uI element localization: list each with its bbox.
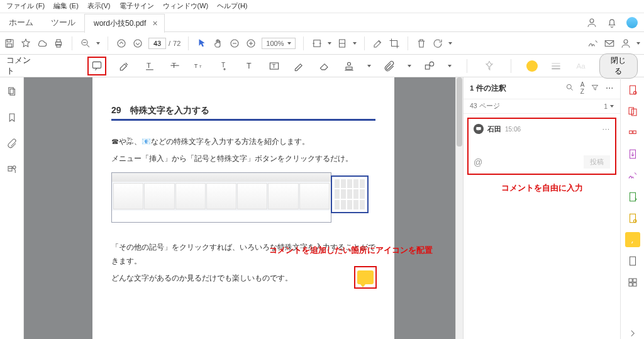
zoom-out-icon[interactable] [229, 38, 240, 49]
doc-scrollbar[interactable] [455, 77, 463, 339]
underline-text-icon[interactable]: T [143, 59, 157, 73]
svg-point-37 [430, 62, 434, 66]
line-weight-icon[interactable] [549, 59, 563, 73]
attach-icon[interactable] [382, 59, 396, 73]
thumbnails-icon[interactable] [6, 86, 18, 99]
combine-icon[interactable] [625, 104, 640, 119]
more-comments-icon[interactable]: ··· [606, 84, 614, 92]
zoom-dropdown-icon[interactable] [96, 42, 100, 45]
menu-edit[interactable]: 編集 (E) [53, 1, 79, 11]
fit-dropdown-icon[interactable] [328, 42, 331, 45]
svg-rect-61 [629, 279, 632, 282]
send-comments-icon[interactable] [625, 211, 640, 226]
account-dropdown-icon[interactable] [636, 42, 640, 45]
stamp-icon[interactable] [343, 59, 357, 73]
rotate-icon[interactable] [432, 38, 443, 49]
menu-view[interactable]: 表示(V) [87, 1, 111, 11]
edit-pdf-icon[interactable] [625, 125, 640, 140]
attachment-rail-icon[interactable] [6, 138, 18, 151]
edit-redact-icon[interactable] [372, 38, 384, 49]
pencil-icon[interactable] [292, 59, 306, 73]
sign-icon[interactable] [587, 38, 599, 49]
tab-document[interactable]: word小技50.pdf × [84, 14, 165, 33]
attach-dropdown-icon[interactable] [408, 65, 411, 67]
page-up-icon[interactable] [116, 38, 127, 49]
textbox-icon[interactable]: T [268, 59, 282, 73]
svg-point-46 [567, 84, 571, 89]
zoom-level[interactable]: 100% [262, 38, 296, 49]
svg-rect-17 [314, 40, 321, 47]
eraser-icon[interactable] [318, 59, 331, 73]
trash-icon[interactable] [416, 38, 427, 49]
bookmark-icon[interactable] [6, 112, 18, 125]
star-icon[interactable] [20, 38, 31, 49]
document-viewport[interactable]: 29 特殊文字を入力する ☎や㍇、📧などの特殊文字を入力する方法を紹介します。 … [24, 77, 463, 339]
tab-home[interactable]: ホーム [0, 13, 42, 32]
page-down-icon[interactable] [132, 38, 143, 49]
organize-icon[interactable] [625, 189, 640, 204]
chevron-down-icon [287, 42, 291, 45]
expand-page-icon[interactable] [610, 105, 614, 108]
page-display-icon[interactable] [336, 38, 348, 49]
sticky-note-annotation[interactable] [354, 266, 377, 289]
close-toolbar-button[interactable]: 閉じる [599, 53, 638, 79]
sort-comments-icon[interactable]: AZ [580, 81, 585, 95]
login-icon[interactable] [586, 17, 597, 28]
text-comment-icon[interactable]: T [243, 59, 257, 73]
avatar[interactable] [626, 17, 638, 28]
print-icon[interactable] [53, 38, 64, 49]
svg-rect-5 [57, 40, 60, 42]
replace-text-icon[interactable]: TT [192, 59, 206, 73]
svg-rect-42 [8, 87, 13, 94]
comment-more-icon[interactable]: ··· [602, 125, 610, 133]
create-pdf-icon[interactable] [625, 82, 640, 97]
insert-text-icon[interactable]: T [218, 59, 231, 73]
zoom-in-icon[interactable] [245, 38, 257, 49]
rotate-dropdown-icon[interactable] [448, 42, 452, 45]
shapes-dropdown-icon[interactable] [448, 65, 452, 67]
cloud-icon[interactable] [36, 38, 48, 49]
pin-icon[interactable] [482, 59, 496, 73]
menu-help[interactable]: ヘルプ(H) [217, 1, 247, 11]
bell-icon[interactable] [606, 17, 618, 28]
svg-rect-52 [631, 109, 636, 116]
post-button[interactable]: 投稿 [584, 155, 610, 169]
account-icon[interactable] [620, 38, 631, 49]
page-input[interactable] [148, 38, 166, 49]
export-pdf-icon[interactable] [625, 147, 640, 162]
menu-file[interactable]: ファイル (F) [6, 1, 45, 11]
strikethrough-icon[interactable]: T [168, 59, 182, 73]
sign-pdf-icon[interactable] [625, 168, 640, 183]
pointer-icon[interactable] [196, 38, 208, 49]
collapse-rail-icon[interactable] [625, 326, 640, 339]
tab-tools[interactable]: ツール [42, 13, 84, 32]
shapes-icon[interactable] [423, 59, 436, 73]
comment-tool-icon[interactable] [625, 232, 640, 247]
stamp-dropdown-icon[interactable] [367, 65, 371, 67]
color-picker[interactable] [526, 60, 538, 72]
page-display-dropdown-icon[interactable] [353, 42, 357, 45]
svg-rect-34 [346, 67, 352, 69]
sticky-note-icon[interactable] [90, 59, 104, 73]
comment-input[interactable] [474, 134, 610, 155]
mention-icon[interactable]: @ [474, 157, 482, 167]
right-rail [620, 77, 644, 339]
menu-esign[interactable]: 電子サイン [119, 1, 154, 11]
crop-icon[interactable] [389, 38, 400, 49]
comment-card[interactable]: 石田 15:06 ··· @ 投稿 [467, 118, 616, 175]
mail-icon[interactable] [604, 38, 615, 49]
save-icon[interactable] [4, 38, 15, 49]
menu-window[interactable]: ウィンドウ(W) [163, 1, 209, 11]
layers-icon[interactable] [6, 164, 18, 177]
zoom-out-find-icon[interactable] [80, 38, 91, 49]
tab-close-icon[interactable]: × [152, 19, 157, 28]
page-total: 72 [173, 40, 180, 47]
highlight-icon[interactable] [118, 59, 131, 73]
search-comments-icon[interactable] [565, 83, 574, 93]
fit-width-icon[interactable] [311, 38, 323, 49]
more-tools-icon[interactable] [625, 275, 640, 290]
font-icon[interactable]: Aa [574, 59, 588, 73]
filter-comments-icon[interactable] [591, 83, 599, 93]
fill-sign-icon[interactable] [625, 253, 640, 269]
hand-icon[interactable] [213, 38, 224, 49]
